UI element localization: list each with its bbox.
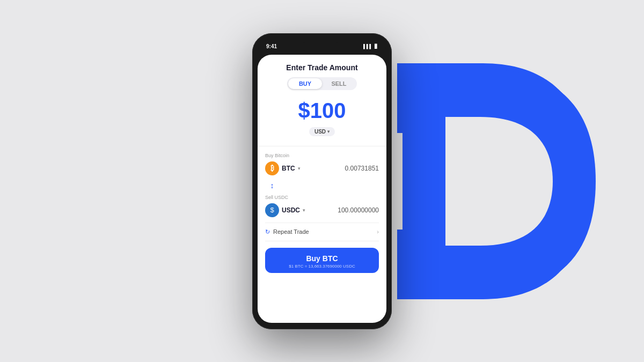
status-icons: ▌▌▌ ▊ — [363, 44, 378, 49]
buy-trade-row: ₿ BTC ▾ 0.00731851 — [265, 161, 379, 175]
repeat-trade-row[interactable]: ↻ Repeat Trade › — [265, 223, 379, 241]
screen-title: Enter Trade Amount — [265, 63, 379, 72]
buy-section-label: Buy Bitcoin — [265, 153, 379, 158]
repeat-chevron: › — [377, 228, 379, 235]
divider-1 — [258, 146, 386, 146]
buy-button-sublabel: $1 BTC = 13,663.37690000 USDC — [270, 264, 374, 269]
currency-selector[interactable]: USD ▾ — [265, 127, 379, 136]
buy-sell-toggle: BUY SELL — [287, 77, 357, 90]
buy-button[interactable]: Buy BTC $1 BTC = 13,663.37690000 USDC — [265, 248, 379, 273]
currency-pill[interactable]: USD ▾ — [309, 127, 335, 136]
usdc-icon: $ — [265, 203, 279, 217]
usdc-selector[interactable]: $ USDC ▾ — [265, 203, 305, 217]
notch — [302, 42, 339, 51]
btc-icon: ₿ — [265, 161, 279, 175]
signal-icon: ▌▌▌ — [363, 44, 372, 49]
phone-shell: 9:41 ▌▌▌ ▊ Enter Trade Amount BUY SELL $… — [252, 33, 392, 329]
status-bar: 9:41 ▌▌▌ ▊ — [258, 39, 386, 54]
phone-container: 9:41 ▌▌▌ ▊ Enter Trade Amount BUY SELL $… — [252, 33, 392, 329]
currency-chevron: ▾ — [327, 129, 330, 134]
currency-label: USD — [314, 129, 326, 135]
usdc-amount: 100.00000000 — [338, 206, 379, 214]
status-time: 9:41 — [266, 43, 277, 49]
phone-screen: Enter Trade Amount BUY SELL $100 USD ▾ — [258, 55, 386, 323]
repeat-icon: ↻ — [265, 228, 270, 235]
repeat-trade-left: ↻ Repeat Trade — [265, 228, 309, 235]
sell-trade-row: $ USDC ▾ 100.00000000 — [265, 203, 379, 217]
btc-amount: 0.00731851 — [345, 165, 379, 172]
swap-arrow[interactable]: ↕ — [267, 181, 379, 190]
btc-chevron: ▾ — [298, 166, 301, 171]
screen-content: Enter Trade Amount BUY SELL $100 USD ▾ — [258, 55, 386, 280]
btc-selector[interactable]: ₿ BTC ▾ — [265, 161, 301, 175]
sell-toggle-button[interactable]: SELL — [322, 78, 356, 89]
sell-section-label: Sell USDC — [265, 195, 379, 200]
background-d-shape — [376, 47, 601, 315]
buy-toggle-button[interactable]: BUY — [288, 78, 322, 89]
battery-icon: ▊ — [375, 44, 378, 49]
buy-button-label: Buy BTC — [270, 254, 374, 263]
usdc-name: USDC — [282, 206, 300, 214]
repeat-label: Repeat Trade — [273, 228, 309, 235]
trade-amount[interactable]: $100 — [265, 99, 379, 123]
swap-arrow-icon: ↕ — [267, 181, 277, 190]
usdc-chevron: ▾ — [303, 208, 305, 213]
btc-name: BTC — [282, 165, 295, 172]
